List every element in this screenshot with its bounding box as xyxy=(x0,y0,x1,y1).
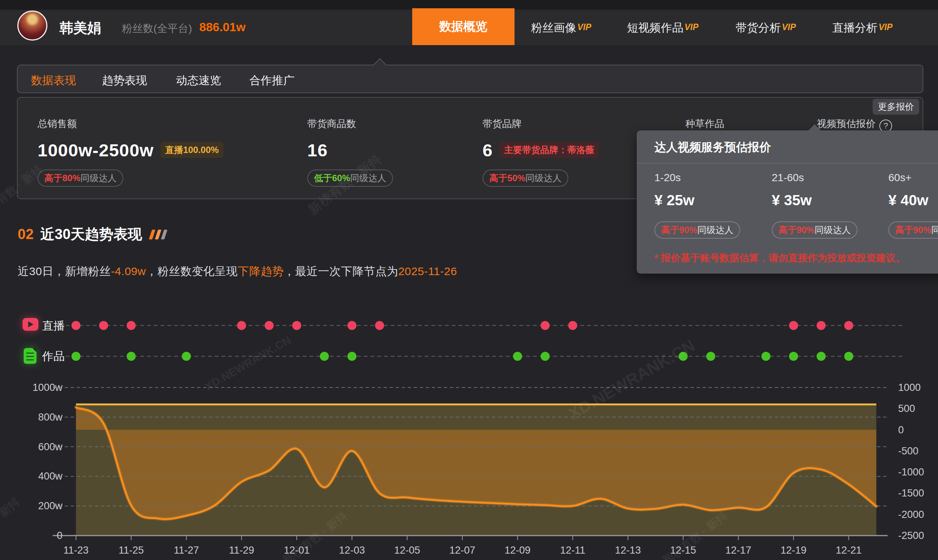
svg-text:12-21: 12-21 xyxy=(836,545,862,556)
svg-text:-2500: -2500 xyxy=(898,530,924,541)
svg-text:11-25: 11-25 xyxy=(119,545,143,556)
svg-text:12-01: 12-01 xyxy=(284,545,310,556)
analytics-dashboard: 韩美娟 粉丝数(全平台) 886.01w 数据概览 粉丝画像VIP 短视频作品V… xyxy=(0,0,938,560)
svg-text:-500: -500 xyxy=(898,445,918,457)
svg-text:1000: 1000 xyxy=(898,382,921,393)
svg-text:12-05: 12-05 xyxy=(394,545,420,556)
divider xyxy=(637,163,938,163)
svg-text:12-03: 12-03 xyxy=(339,545,365,556)
svg-text:500: 500 xyxy=(898,403,915,414)
quote-col-1-20s: 1-20s ¥ 25w 高于90%同级达人 xyxy=(654,172,740,238)
svg-text:800w: 800w xyxy=(38,412,62,423)
peer-compare-pill: 高于90%同级达人 xyxy=(654,222,740,238)
svg-text:12-09: 12-09 xyxy=(505,545,531,556)
svg-text:11-29: 11-29 xyxy=(229,545,254,556)
svg-text:11-27: 11-27 xyxy=(174,545,199,556)
trend-chart[interactable]: 11-2311-2511-2711-2912-0112-0312-0512-07… xyxy=(0,0,938,560)
peer-compare-pill: 高于90%同级达人 xyxy=(889,222,938,238)
svg-text:12-11: 12-11 xyxy=(560,545,585,556)
svg-text:200w: 200w xyxy=(38,500,62,512)
svg-text:600w: 600w xyxy=(38,441,62,452)
svg-text:-2000: -2000 xyxy=(898,509,924,520)
svg-text:1000w: 1000w xyxy=(32,382,62,393)
svg-text:-1500: -1500 xyxy=(898,488,924,499)
popup-disclaimer: * 报价基于账号数据估算，请勿直接作为投放或投资建议。 xyxy=(654,251,905,265)
svg-text:0: 0 xyxy=(57,530,62,541)
svg-text:0: 0 xyxy=(898,424,904,435)
video-quote-popup: 达人视频服务预估报价 1-20s ¥ 25w 高于90%同级达人 21-60s … xyxy=(637,131,938,274)
popup-title: 达人视频服务预估报价 xyxy=(654,140,771,155)
svg-text:11-23: 11-23 xyxy=(63,545,88,556)
svg-text:12-19: 12-19 xyxy=(781,545,806,556)
quote-col-21-60s: 21-60s ¥ 35w 高于90%同级达人 xyxy=(772,172,858,238)
svg-text:12-17: 12-17 xyxy=(725,545,751,556)
peer-compare-pill: 高于90%同级达人 xyxy=(772,222,858,238)
svg-text:12-07: 12-07 xyxy=(449,545,475,556)
svg-text:-1000: -1000 xyxy=(898,466,924,478)
svg-text:12-13: 12-13 xyxy=(615,545,641,556)
svg-text:12-15: 12-15 xyxy=(670,545,696,556)
svg-text:400w: 400w xyxy=(38,471,62,482)
quote-col-60s-plus: 60s+ ¥ 40w 高于90%同级达人 xyxy=(889,172,938,238)
